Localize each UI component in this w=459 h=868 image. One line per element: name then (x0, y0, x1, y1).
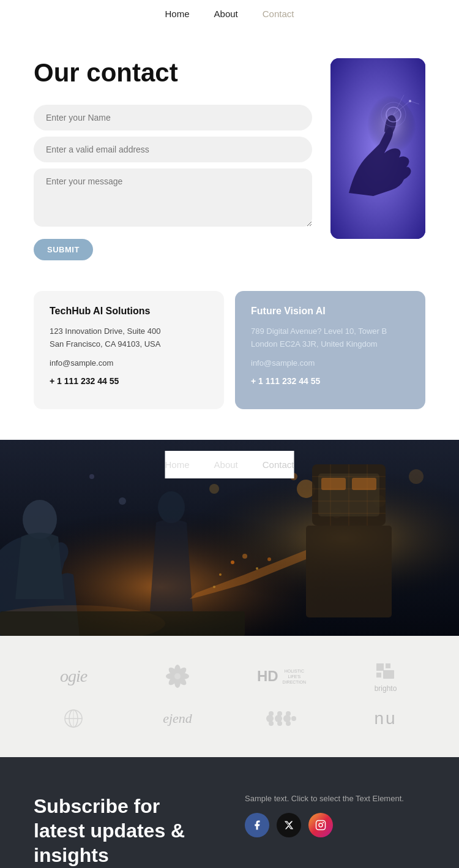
logo-ogie: ogie (60, 666, 87, 686)
twitter-x-icon[interactable] (277, 813, 301, 837)
svg-rect-69 (316, 820, 326, 829)
subscribe-right: Sample text. Click to select the Text El… (245, 794, 425, 837)
address-cards: TechHub AI Solutions 123 Innovation Driv… (0, 285, 459, 440)
svg-point-61 (269, 721, 274, 726)
svg-rect-52 (386, 663, 390, 668)
message-input[interactable] (34, 168, 312, 227)
svg-point-19 (89, 474, 94, 479)
subscribe-title: Subscribe for latest updates & insights (34, 794, 214, 867)
svg-point-34 (231, 560, 234, 564)
hero-nav-contact[interactable]: Contact (263, 459, 294, 470)
svg-point-39 (213, 586, 215, 588)
svg-point-21 (158, 491, 185, 523)
logo-brighto: brighto (373, 660, 398, 693)
contact-image-container (330, 58, 425, 239)
name-input[interactable] (34, 105, 312, 130)
card1-address: 123 Innovation Drive, Suite 400 San Fran… (50, 325, 208, 351)
subscribe-sample-text: Sample text. Click to select the Text El… (245, 794, 425, 803)
svg-point-65 (283, 715, 291, 722)
contact-image (330, 58, 425, 239)
top-nav: Home About Contact (0, 0, 459, 28)
logo-dots (265, 706, 299, 731)
facebook-icon[interactable] (245, 813, 269, 837)
svg-point-36 (242, 554, 247, 559)
subscribe-left: Subscribe for latest updates & insights … (34, 794, 214, 868)
card2-company: Future Vision AI (251, 306, 409, 317)
svg-point-71 (323, 822, 324, 823)
logo-nu: nu (374, 709, 397, 728)
svg-point-7 (409, 100, 411, 102)
svg-point-68 (291, 716, 296, 721)
svg-point-18 (119, 497, 126, 505)
svg-rect-24 (321, 478, 346, 490)
logo-hd: HD HOLISTICLIFE'SDIRECTION (257, 668, 306, 685)
svg-point-50 (174, 673, 181, 679)
address-card-1: TechHub AI Solutions 123 Innovation Driv… (34, 291, 224, 409)
svg-point-66 (286, 711, 291, 716)
svg-point-60 (269, 711, 274, 716)
submit-button[interactable]: SUBMIT (34, 239, 93, 260)
nav-contact[interactable]: Contact (263, 9, 294, 19)
logo-ejend: ejend (163, 711, 192, 726)
svg-rect-25 (352, 478, 376, 490)
hero-nav-about[interactable]: About (214, 459, 238, 470)
hero-nav: Home About Contact (165, 451, 294, 478)
svg-point-67 (286, 721, 291, 726)
card2-address: 789 Digital Avenue? Level 10, Tower B Lo… (251, 325, 409, 351)
card2-phone: + 1 111 232 44 55 (251, 374, 409, 388)
logos-section: ogie HD HOLISTICLIFE'SDIRECTION (0, 636, 459, 757)
svg-rect-53 (376, 673, 381, 677)
svg-point-17 (409, 469, 424, 484)
subscribe-section: Subscribe for latest updates & insights … (0, 757, 459, 868)
address-card-2: Future Vision AI 789 Digital Avenue? Lev… (235, 291, 425, 409)
card2-email: info@sample.com (251, 357, 409, 370)
card1-email: info@sample.com (50, 357, 208, 370)
logo-globe (60, 705, 88, 733)
contact-image-inner (330, 58, 425, 239)
svg-point-64 (277, 721, 282, 726)
instagram-icon[interactable] (308, 813, 333, 837)
card1-phone: + 1 111 232 44 55 (50, 374, 208, 388)
contact-form-container: Our contact SUBMIT (34, 58, 312, 260)
contact-title: Our contact (34, 58, 312, 88)
svg-point-63 (277, 711, 282, 716)
social-icons (245, 813, 425, 837)
svg-point-62 (275, 715, 282, 722)
contact-section: Our contact SUBMIT (0, 28, 459, 285)
svg-point-37 (256, 567, 258, 570)
svg-point-38 (267, 557, 271, 561)
logo-flower (164, 663, 192, 690)
nav-home[interactable]: Home (165, 9, 190, 19)
svg-rect-41 (0, 611, 245, 636)
svg-point-35 (219, 573, 222, 576)
email-input[interactable] (34, 137, 312, 162)
card1-company: TechHub AI Solutions (50, 306, 208, 317)
svg-point-59 (266, 715, 274, 722)
svg-rect-54 (383, 670, 394, 679)
nav-about[interactable]: About (214, 9, 238, 19)
hero-nav-home[interactable]: Home (165, 459, 190, 470)
svg-rect-33 (306, 526, 392, 617)
hero-section: Home About Contact (0, 440, 459, 636)
svg-point-16 (209, 484, 219, 494)
svg-point-70 (319, 823, 323, 827)
svg-rect-51 (376, 663, 384, 671)
